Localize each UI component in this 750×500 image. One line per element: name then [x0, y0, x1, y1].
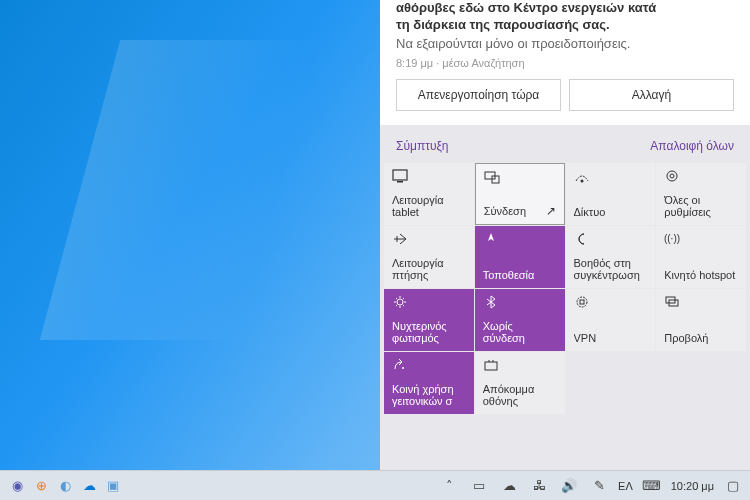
- tile-label: Όλες οι ρυθμίσεις: [664, 194, 738, 219]
- location-icon: [483, 232, 557, 248]
- vpn-icon: [574, 295, 648, 311]
- security-icon[interactable]: ⊕: [30, 475, 52, 497]
- tile-location[interactable]: Τοποθεσία: [475, 226, 565, 288]
- svg-rect-14: [485, 362, 497, 370]
- bluetooth-icon: [483, 295, 557, 311]
- svg-point-6: [670, 174, 674, 178]
- tile-label: Σύνδεση: [484, 205, 556, 218]
- tile-hotspot[interactable]: ((·))Κινητό hotspot: [656, 226, 746, 288]
- onedrive-tray-icon[interactable]: ☁: [498, 475, 520, 497]
- tile-label: VPN: [574, 332, 648, 345]
- taskbar: ◉ ⊕ ◐ ☁ ▣ ˄ ▭ ☁ 🖧 🔊 ✎ ΕΛ ⌨ 10:20 μμ ▢: [0, 470, 750, 500]
- tile-connect[interactable]: Σύνδεση↖: [475, 163, 565, 225]
- collapse-link[interactable]: Σύμπτυξη: [396, 139, 449, 153]
- tile-network[interactable]: Δίκτυο: [566, 163, 656, 225]
- tile-label: Κινητό hotspot: [664, 269, 738, 282]
- svg-point-9: [577, 297, 587, 307]
- language-indicator[interactable]: ΕΛ: [618, 480, 633, 492]
- tile-label: Λειτουργία tablet: [392, 194, 466, 219]
- tile-label: Δίκτυο: [574, 206, 648, 219]
- action-center-panel: αθόρυβες εδώ στο Κέντρο ενεργειών κατά τ…: [380, 0, 750, 470]
- onedrive-icon[interactable]: ☁: [78, 475, 100, 497]
- mouse-cursor-icon: ↖: [546, 204, 556, 218]
- teams-icon[interactable]: ◉: [6, 475, 28, 497]
- clock[interactable]: 10:20 μμ: [671, 480, 714, 492]
- connect-icon: [484, 170, 556, 186]
- share-icon: [392, 358, 466, 374]
- battery-icon[interactable]: ▭: [468, 475, 490, 497]
- tile-label: Βοηθός στη συγκέντρωση: [574, 257, 648, 282]
- people-icon[interactable]: ◐: [54, 475, 76, 497]
- tile-tablet[interactable]: Λειτουργία tablet: [384, 163, 474, 225]
- quick-action-tiles: Λειτουργία tabletΣύνδεση↖ΔίκτυοΌλες οι ρ…: [380, 163, 750, 414]
- tile-bluetooth[interactable]: Χωρίς σύνδεση: [475, 289, 565, 351]
- network-icon: [574, 169, 648, 185]
- tile-night[interactable]: Νυχτερινός φωτισμός: [384, 289, 474, 351]
- tile-focus[interactable]: Βοηθός στη συγκέντρωση: [566, 226, 656, 288]
- tile-settings[interactable]: Όλες οι ρυθμίσεις: [656, 163, 746, 225]
- tile-label: Προβολή: [664, 332, 738, 345]
- svg-rect-0: [393, 170, 407, 180]
- tile-label: Κοινή χρήση γειτονικών σ: [392, 383, 466, 408]
- notification-title: αθόρυβες εδώ στο Κέντρο ενεργειών κατά τ…: [396, 0, 734, 34]
- volume-icon[interactable]: 🔊: [558, 475, 580, 497]
- clear-all-link[interactable]: Απαλοιφή όλων: [650, 139, 734, 153]
- notification-card[interactable]: αθόρυβες εδώ στο Κέντρο ενεργειών κατά τ…: [380, 0, 750, 125]
- project-icon: [664, 295, 738, 311]
- svg-point-4: [580, 179, 583, 182]
- tile-label: Τοποθεσία: [483, 269, 557, 282]
- snip-icon: [483, 358, 557, 374]
- network-tray-icon[interactable]: 🖧: [528, 475, 550, 497]
- tile-label: Χωρίς σύνδεση: [483, 320, 557, 345]
- tile-project[interactable]: Προβολή: [656, 289, 746, 351]
- tray-chevron-icon[interactable]: ˄: [438, 475, 460, 497]
- svg-rect-1: [397, 181, 403, 183]
- tablet-icon: [392, 169, 466, 185]
- svg-point-5: [667, 171, 677, 181]
- night-icon: [392, 295, 466, 311]
- pen-icon[interactable]: ✎: [588, 475, 610, 497]
- disable-now-button[interactable]: Απενεργοποίηση τώρα: [396, 79, 561, 111]
- svg-point-13: [402, 367, 404, 369]
- action-center-icon[interactable]: ▢: [722, 475, 744, 497]
- notification-subtitle: Να εξαιρούνται μόνο οι προειδοποιήσεις.: [396, 36, 734, 51]
- tile-snip[interactable]: Απόκομμα οθόνης: [475, 352, 565, 414]
- tile-label: Νυχτερινός φωτισμός: [392, 320, 466, 345]
- settings-icon: [664, 169, 738, 185]
- keyboard-icon[interactable]: ⌨: [641, 475, 663, 497]
- svg-point-8: [397, 299, 403, 305]
- tile-label: Απόκομμα οθόνης: [483, 383, 557, 408]
- tile-vpn[interactable]: VPN: [566, 289, 656, 351]
- notification-meta: 8:19 μμ · μέσω Αναζήτηση: [396, 57, 734, 69]
- airplane-icon: [392, 232, 466, 248]
- tile-share[interactable]: Κοινή χρήση γειτονικών σ: [384, 352, 474, 414]
- hotspot-icon: ((·)): [664, 232, 738, 248]
- focus-icon: [574, 232, 648, 248]
- svg-rect-10: [580, 300, 584, 304]
- tile-airplane[interactable]: Λειτουργία πτήσης: [384, 226, 474, 288]
- change-button[interactable]: Αλλαγή: [569, 79, 734, 111]
- tile-label: Λειτουργία πτήσης: [392, 257, 466, 282]
- svg-text:((·)): ((·)): [664, 233, 680, 244]
- app-icon[interactable]: ▣: [102, 475, 124, 497]
